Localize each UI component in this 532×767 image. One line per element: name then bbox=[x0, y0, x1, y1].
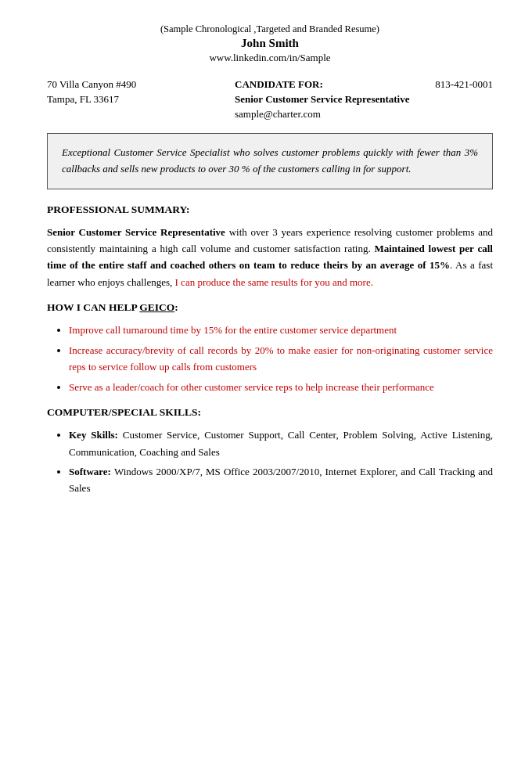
contact-section: 70 Villa Canyon #490 CANDIDATE FOR: 813-… bbox=[47, 78, 493, 121]
bullet-improve-text: Improve call turnaround time by 15% for … bbox=[69, 324, 397, 336]
tagline-text: Exceptional Customer Service Specialist … bbox=[62, 146, 478, 175]
skills-software-bullet: Software: Windows 2000/XP/7, MS Office 2… bbox=[69, 463, 493, 497]
key-skills-text: Customer Service, Customer Support, Call… bbox=[69, 429, 493, 457]
contact-address1: 70 Villa Canyon #490 bbox=[47, 78, 188, 91]
bullet-improve: Improve call turnaround time by 15% for … bbox=[69, 322, 493, 338]
resume-linkedin: www.linkedin.com/in/Sample bbox=[47, 52, 493, 64]
skills-title: COMPUTER/SPECIAL SKILLS: bbox=[47, 406, 493, 419]
skills-key-bullet: Key Skills: Customer Service, Customer S… bbox=[69, 427, 493, 460]
software-text: Windows 2000/XP/7, MS Office 2003/2007/2… bbox=[69, 466, 493, 494]
key-skills-label: Key Skills: bbox=[69, 429, 123, 441]
professional-summary-section: PROFESSIONAL SUMMARY: Senior Customer Se… bbox=[47, 203, 493, 291]
contact-candidate-label: CANDIDATE FOR: bbox=[235, 78, 323, 90]
how-help-title: HOW I CAN HELP GEICO: bbox=[47, 301, 493, 314]
contact-email: sample@charter.com bbox=[235, 108, 321, 120]
contact-address2: Tampa, FL 33617 bbox=[47, 93, 188, 106]
software-label: Software: bbox=[69, 466, 114, 477]
contact-phone: 813-421-0001 bbox=[435, 78, 493, 91]
resume-subtitle: (Sample Chronological ,Targeted and Bran… bbox=[47, 23, 493, 35]
resume-name: John Smith bbox=[47, 37, 493, 50]
summary-red-text: I can produce the same results for you a… bbox=[175, 276, 373, 288]
bullet-increase-text: Increase accuracy/brevity of call record… bbox=[69, 344, 493, 373]
how-help-bullets: Improve call turnaround time by 15% for … bbox=[69, 322, 493, 395]
how-help-section: HOW I CAN HELP GEICO: Improve call turna… bbox=[47, 301, 493, 395]
bullet-serve-text: Serve as a leader/coach for other custom… bbox=[69, 381, 434, 393]
tagline-box: Exceptional Customer Service Specialist … bbox=[47, 133, 493, 189]
bullet-serve: Serve as a leader/coach for other custom… bbox=[69, 379, 493, 395]
summary-bold-title: Senior Customer Service Representative bbox=[47, 226, 225, 238]
resume-header: (Sample Chronological ,Targeted and Bran… bbox=[47, 23, 493, 64]
bullet-increase: Increase accuracy/brevity of call record… bbox=[69, 342, 493, 376]
professional-summary-body: Senior Customer Service Representative w… bbox=[47, 224, 493, 291]
skills-bullets: Key Skills: Customer Service, Customer S… bbox=[69, 427, 493, 497]
contact-title: Senior Customer Service Representative bbox=[235, 93, 409, 105]
professional-summary-title: PROFESSIONAL SUMMARY: bbox=[47, 203, 493, 216]
skills-section: COMPUTER/SPECIAL SKILLS: Key Skills: Cus… bbox=[47, 406, 493, 497]
